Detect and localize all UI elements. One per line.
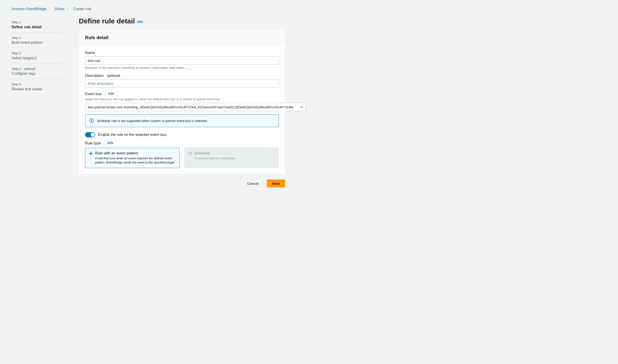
wizard-step-4[interactable]: Step 4 - optional Configure tags xyxy=(12,64,63,79)
breadcrumb-rules[interactable]: Rules xyxy=(55,7,64,11)
next-button[interactable]: Next xyxy=(267,180,285,187)
rule-type-label: Rule type | Info xyxy=(85,141,279,145)
description-input[interactable] xyxy=(85,79,279,88)
field-description: Description - optional xyxy=(85,74,279,88)
option-event-pattern[interactable]: Rule with an event pattern A rule that r… xyxy=(85,148,179,168)
field-name: Name Maximum of 64 characters consisting… xyxy=(85,51,279,69)
step-num: Step 3 xyxy=(12,52,21,55)
label-text: Description - xyxy=(85,74,107,78)
chevron-right-icon: 〉 xyxy=(67,7,70,11)
breadcrumb: Amazon EventBridge 〉 Rules 〉 Create rule xyxy=(12,7,606,11)
name-input[interactable] xyxy=(85,56,279,65)
name-hint: Maximum of 64 characters consisting of n… xyxy=(85,66,279,69)
option-title: Rule with an event pattern xyxy=(95,151,176,155)
step-num: Step 4 xyxy=(12,67,21,71)
label-optional: optional xyxy=(107,74,120,78)
rule-type-options: Rule with an event pattern A rule that r… xyxy=(85,148,279,168)
step-name: Define rule detail xyxy=(12,25,63,29)
svg-rect-2 xyxy=(91,120,92,122)
rule-type-info-link[interactable]: Info xyxy=(108,141,114,145)
cancel-button[interactable]: Cancel xyxy=(242,180,263,187)
event-bus-hint: Select the event bus this rule applies t… xyxy=(85,97,279,101)
alert-text: Schedule rule is not supported when cust… xyxy=(97,119,208,123)
event-bus-select[interactable]: aws.partner/stripe.com.test/wksp_6OwkrQ0… xyxy=(85,103,306,111)
step-name: Review and create xyxy=(12,87,63,91)
step-name: Configure tags xyxy=(12,72,63,76)
main-form: Define rule detail Info Rule detail Name… xyxy=(79,17,285,187)
option-title: Schedule xyxy=(194,151,234,155)
step-name: Select target(s) xyxy=(12,56,63,60)
info-link[interactable]: Info xyxy=(137,20,143,24)
description-label: Description - optional xyxy=(85,74,279,78)
enable-rule-label: Enable the rule on the selected event bu… xyxy=(98,133,166,137)
page-title: Define rule detail xyxy=(79,17,135,25)
radio-icon xyxy=(189,152,192,155)
event-bus-select-wrapper: aws.partner/stripe.com.test/wksp_6OwkrQ0… xyxy=(85,103,279,111)
step-num: Step 2 xyxy=(12,36,21,39)
info-alert: Schedule rule is not supported when cust… xyxy=(85,114,279,127)
wizard-step-1[interactable]: Step 1 Define rule detail xyxy=(12,17,63,33)
wizard-step-5[interactable]: Step 5 Review and create xyxy=(12,79,63,94)
option-desc: A rule that runs on a schedule xyxy=(194,156,234,160)
event-bus-label: Event bus | Info xyxy=(85,92,279,96)
breadcrumb-root[interactable]: Amazon EventBridge xyxy=(12,7,46,11)
option-schedule: Schedule A rule that runs on a schedule xyxy=(185,148,279,168)
name-label: Name xyxy=(85,51,279,55)
panel-header: Rule detail xyxy=(79,30,285,46)
option-desc: A rule that runs when an event matches t… xyxy=(95,156,176,165)
wizard-steps: Step 1 Define rule detail Step 2 Build e… xyxy=(12,17,63,94)
step-num: Step 1 xyxy=(12,20,21,24)
step-name: Build event pattern xyxy=(12,40,63,45)
label-text: Event bus xyxy=(85,92,102,96)
field-event-bus: Event bus | Info Select the event bus th… xyxy=(85,92,279,111)
radio-icon xyxy=(89,152,93,155)
chevron-right-icon: 〉 xyxy=(49,7,52,11)
label-text: Rule type xyxy=(85,141,101,145)
wizard-step-3[interactable]: Step 3 Select target(s) xyxy=(12,48,63,64)
step-optional: - optional xyxy=(21,67,35,71)
field-rule-type: Rule type | Info xyxy=(85,141,279,145)
step-num: Step 5 xyxy=(12,82,21,86)
rule-detail-panel: Rule detail Name Maximum of 64 character… xyxy=(79,30,285,174)
enable-rule-row: Enable the rule on the selected event bu… xyxy=(85,132,279,137)
enable-rule-toggle[interactable] xyxy=(85,132,95,137)
form-footer: Cancel Next xyxy=(79,180,285,187)
breadcrumb-current: Create rule xyxy=(73,7,91,11)
info-icon xyxy=(89,118,94,123)
event-bus-info-link[interactable]: Info xyxy=(108,92,114,95)
wizard-step-2[interactable]: Step 2 Build event pattern xyxy=(12,33,63,48)
svg-point-1 xyxy=(91,119,92,120)
